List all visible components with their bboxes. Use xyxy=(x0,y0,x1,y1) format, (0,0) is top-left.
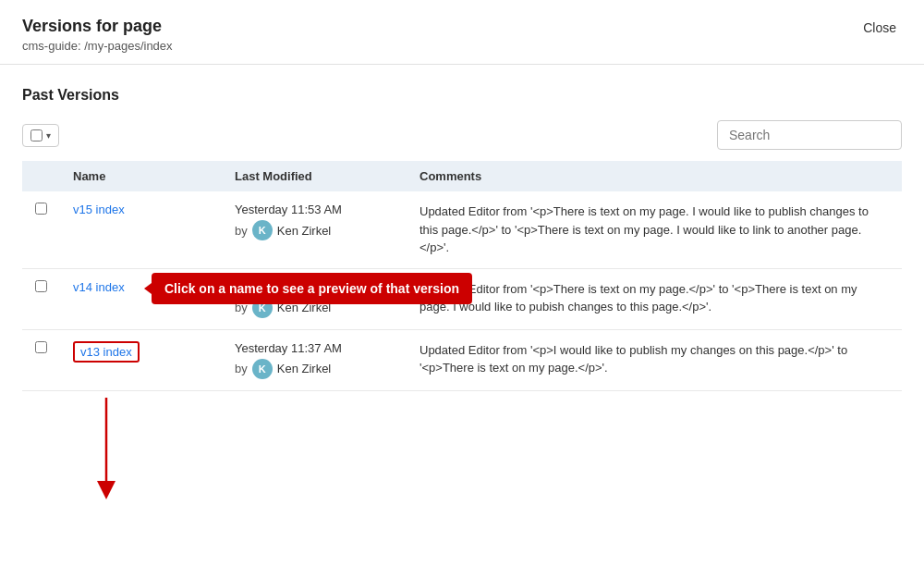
table-row: v13 indexYesterday 11:37 AMbyKKen Zirkel… xyxy=(22,329,902,390)
by-label: by xyxy=(235,362,248,375)
version-name-link[interactable]: v13 index xyxy=(73,341,140,363)
avatar: K xyxy=(252,359,273,379)
modifier-name: Ken Zirkel xyxy=(277,362,332,375)
select-all-dropdown[interactable]: ▾ xyxy=(22,124,59,147)
toolbar: ▾ xyxy=(22,120,902,150)
section-title: Past Versions xyxy=(22,87,902,104)
comment-text: Updated Editor from '<p>There is text on… xyxy=(407,268,902,329)
select-all-checkbox[interactable] xyxy=(30,129,43,141)
version-name-link[interactable]: v15 index xyxy=(73,203,125,216)
col-name: Name xyxy=(60,161,222,191)
modified-by-line: byKKen Zirkel xyxy=(235,220,394,240)
col-modified: Last Modified xyxy=(222,161,407,191)
comment-text: Updated Editor from '<p>There is text on… xyxy=(407,191,902,268)
table-row: v15 indexYesterday 11:53 AMbyKKen Zirkel… xyxy=(22,191,902,268)
avatar: K xyxy=(252,220,273,240)
row-checkbox[interactable] xyxy=(35,203,47,215)
modified-date: Yesterday 11:53 AM xyxy=(235,203,394,216)
table-row: v14 indexClick on a name to see a previe… xyxy=(22,268,902,329)
col-checkbox xyxy=(22,161,60,191)
by-label: by xyxy=(235,224,248,238)
table-header-row: Name Last Modified Comments xyxy=(22,161,902,191)
tooltip-callout: Click on a name to see a preview of that… xyxy=(152,273,472,304)
modified-date: Yesterday 11:37 AM xyxy=(235,341,394,355)
version-name-link[interactable]: v14 index xyxy=(73,280,125,294)
search-input[interactable] xyxy=(717,120,902,150)
modifier-name: Ken Zirkel xyxy=(277,224,332,238)
col-comments: Comments xyxy=(407,161,902,191)
header-text: Versions for page cms-guide: /my-pages/i… xyxy=(22,17,173,53)
row-checkbox[interactable] xyxy=(35,280,47,292)
row-checkbox[interactable] xyxy=(35,341,47,353)
versions-table: Name Last Modified Comments v15 indexYes… xyxy=(22,161,902,391)
modified-by-line: byKKen Zirkel xyxy=(235,359,394,379)
comment-text: Updated Editor from '<p>I would like to … xyxy=(407,329,902,390)
close-button[interactable]: Close xyxy=(857,17,902,39)
dialog-subtitle: cms-guide: /my-pages/index xyxy=(22,39,173,53)
dialog-title: Versions for page xyxy=(22,17,173,36)
main-content: Past Versions ▾ Name Last Modified Comme… xyxy=(0,65,924,391)
dialog-container: Versions for page cms-guide: /my-pages/i… xyxy=(0,0,924,391)
chevron-down-icon: ▾ xyxy=(46,130,51,141)
dialog-header: Versions for page cms-guide: /my-pages/i… xyxy=(0,0,924,65)
